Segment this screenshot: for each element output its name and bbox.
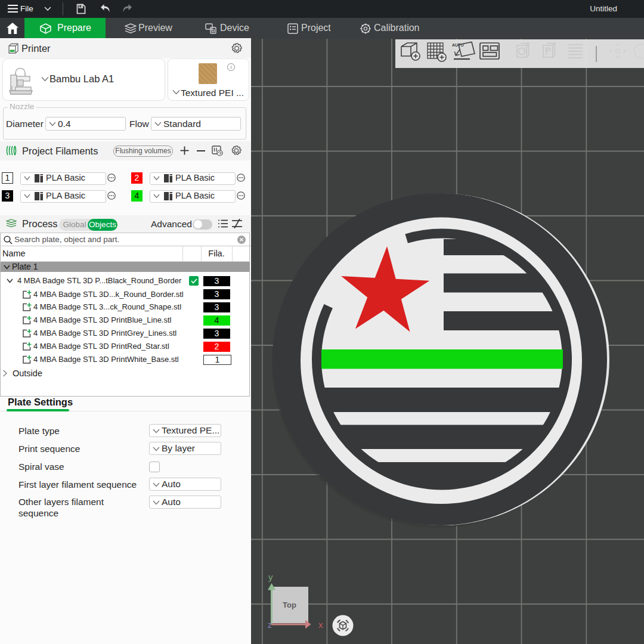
svg-text:x: x [318, 620, 323, 630]
svg-text:y: y [268, 572, 273, 582]
svg-text:AUTO: AUTO [452, 43, 464, 47]
svg-text:z: z [268, 620, 272, 630]
